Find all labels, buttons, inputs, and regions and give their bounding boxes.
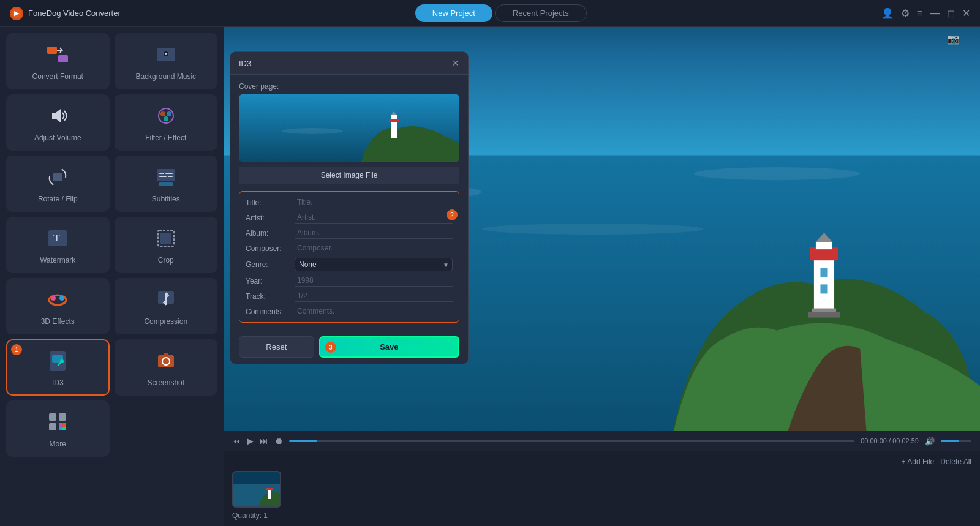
sidebar-item-3d-effects[interactable]: 3D Effects xyxy=(6,278,110,334)
svg-point-8 xyxy=(164,116,168,121)
main-layout: Convert Format Background Music Adjust V… xyxy=(0,27,980,526)
svg-rect-0 xyxy=(47,47,57,54)
svg-rect-30 xyxy=(164,353,168,356)
svg-point-27 xyxy=(60,359,64,363)
background-music-label: Background Music xyxy=(135,72,196,81)
svg-rect-34 xyxy=(59,423,62,427)
form-row-track: Track: xyxy=(246,290,453,302)
filter-effect-icon xyxy=(153,103,179,129)
close-icon[interactable]: ✕ xyxy=(962,7,970,19)
convert-format-label: Convert Format xyxy=(32,72,83,81)
sidebar-item-compression[interactable]: Compression xyxy=(115,278,218,334)
album-input[interactable] xyxy=(295,227,453,239)
track-label: Track: xyxy=(246,292,295,301)
rotate-flip-label: Rotate / Flip xyxy=(38,195,78,203)
artist-label: Artist: xyxy=(246,214,295,222)
sidebar-item-crop[interactable]: Crop xyxy=(115,217,218,273)
logo-icon: ▶ xyxy=(14,10,19,17)
user-icon[interactable]: 👤 xyxy=(881,7,894,19)
artist-badge: 2 xyxy=(447,209,458,220)
composer-label: Composer: xyxy=(246,244,295,253)
reset-button[interactable]: Reset xyxy=(239,336,314,358)
select-image-button[interactable]: Select Image File xyxy=(239,167,459,184)
convert-format-icon xyxy=(45,42,70,67)
svg-point-21 xyxy=(51,296,56,301)
3d-effects-icon xyxy=(45,287,70,312)
year-input[interactable] xyxy=(295,275,453,287)
form-row-comments: Comments: xyxy=(246,306,453,317)
title-label: Title: xyxy=(246,198,295,207)
sidebar: Convert Format Background Music Adjust V… xyxy=(0,27,224,526)
form-row-album: Album: xyxy=(246,227,453,239)
svg-rect-15 xyxy=(168,176,173,177)
dialog-close-button[interactable]: ✕ xyxy=(452,58,459,68)
minimize-icon[interactable]: — xyxy=(930,8,940,19)
dialog-body: Cover page: xyxy=(230,75,468,330)
new-project-tab[interactable]: New Project xyxy=(415,4,492,22)
sidebar-item-screenshot[interactable]: Screenshot xyxy=(115,339,218,396)
comments-input[interactable] xyxy=(295,306,453,317)
svg-point-6 xyxy=(160,111,165,116)
sidebar-item-background-music[interactable]: Background Music xyxy=(115,33,218,89)
svg-rect-58 xyxy=(391,121,397,138)
svg-rect-10 xyxy=(157,169,175,181)
dialog-title: ID3 xyxy=(239,59,251,68)
subtitles-icon xyxy=(153,164,179,190)
save-label: Save xyxy=(380,342,398,351)
settings-icon[interactable]: ⚙ xyxy=(901,7,910,19)
artist-input[interactable] xyxy=(295,212,453,224)
svg-point-4 xyxy=(165,53,167,55)
sidebar-item-convert-format[interactable]: Convert Format xyxy=(6,33,110,89)
more-icon xyxy=(45,409,70,435)
svg-rect-31 xyxy=(49,413,56,421)
save-button[interactable]: 3 Save xyxy=(319,336,459,358)
watermark-icon: T xyxy=(45,225,70,251)
sidebar-item-filter-effect[interactable]: Filter / Effect xyxy=(115,94,218,151)
svg-rect-9 xyxy=(53,173,62,181)
track-input[interactable] xyxy=(295,290,453,302)
dialog-footer: Reset 3 Save xyxy=(230,330,468,364)
maximize-icon[interactable]: ◻ xyxy=(947,7,955,19)
dialog-overlay: ID3 ✕ Cover page: xyxy=(224,27,980,526)
year-label: Year: xyxy=(246,277,295,285)
nav-tabs: New Project Recent Projects xyxy=(415,4,587,22)
comments-label: Comments: xyxy=(246,307,295,316)
genre-select[interactable]: None Pop Rock Jazz Classical xyxy=(295,258,453,271)
compression-icon xyxy=(153,287,179,312)
background-music-icon xyxy=(153,42,179,67)
svg-rect-1 xyxy=(58,55,68,62)
id3-icon xyxy=(45,348,70,374)
form-row-title: Title: xyxy=(246,197,453,208)
screenshot-label: Screenshot xyxy=(147,378,184,387)
sidebar-item-more[interactable]: More xyxy=(6,400,110,457)
composer-input[interactable] xyxy=(295,242,453,254)
sidebar-item-id3[interactable]: 1 ID3 xyxy=(6,339,110,396)
sidebar-item-adjust-volume[interactable]: Adjust Volume xyxy=(6,94,110,151)
svg-rect-11 xyxy=(159,182,173,186)
form-row-genre: Genre: None Pop Rock Jazz Classical ▼ xyxy=(246,258,453,271)
svg-point-22 xyxy=(59,296,64,301)
subtitles-label: Subtitles xyxy=(152,195,180,203)
cover-label: Cover page: xyxy=(239,82,459,91)
title-input[interactable] xyxy=(295,197,453,208)
sidebar-item-watermark[interactable]: T Watermark xyxy=(6,217,110,273)
crop-label: Crop xyxy=(158,256,174,265)
adjust-volume-label: Adjust Volume xyxy=(34,133,81,142)
svg-rect-33 xyxy=(49,423,56,430)
form-row-composer: Composer: xyxy=(246,242,453,254)
dialog-header: ID3 ✕ xyxy=(230,52,468,75)
cover-section: Cover page: xyxy=(239,82,459,184)
titlebar-left: ▶ FoneDog Video Converter xyxy=(10,7,121,20)
menu-icon[interactable]: ≡ xyxy=(917,8,922,19)
sidebar-item-rotate-flip[interactable]: Rotate / Flip xyxy=(6,156,110,212)
id3-dialog: ID3 ✕ Cover page: xyxy=(230,51,469,364)
recent-projects-tab[interactable]: Recent Projects xyxy=(495,4,587,22)
id3-label: ID3 xyxy=(52,378,64,387)
form-row-year: Year: xyxy=(246,275,453,287)
compression-label: Compression xyxy=(144,317,187,326)
id3-badge: 1 xyxy=(11,344,22,355)
sidebar-item-subtitles[interactable]: Subtitles xyxy=(115,156,218,212)
svg-point-7 xyxy=(167,111,172,116)
titlebar: ▶ FoneDog Video Converter New Project Re… xyxy=(0,0,980,27)
watermark-label: Watermark xyxy=(40,256,75,265)
